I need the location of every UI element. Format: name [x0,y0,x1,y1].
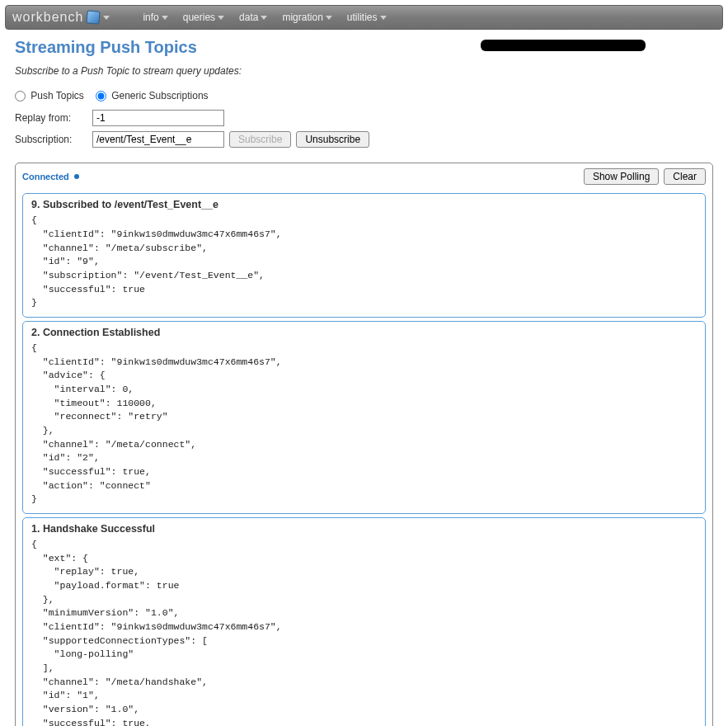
message-body: { "clientId": "9inkw1s0dmwduw3mc47x6mm46… [31,214,697,310]
caret-icon [380,16,387,20]
subscribe-button[interactable]: Subscribe [229,131,291,148]
nav-utilities[interactable]: utilities [347,12,387,23]
message-card: 2. Connection Established{ "clientId": "… [22,321,706,514]
intro-text: Subscribe to a Push Topic to stream quer… [15,65,713,77]
radio-push-topics-input[interactable] [15,91,26,101]
show-polling-button[interactable]: Show Polling [584,168,659,185]
cube-icon [87,10,101,24]
radio-push-topics[interactable]: Push Topics [15,90,84,101]
caret-icon [261,16,267,20]
clear-button[interactable]: Clear [664,168,706,185]
brand-caret-icon[interactable] [103,16,110,20]
stream-header: Connected Show Polling Clear [19,167,709,190]
replay-label: Replay from: [15,112,87,124]
brand: workbench [12,10,110,25]
message-card: 1. Handshake Successful{ "ext": { "repla… [22,517,706,726]
radio-generic-subscriptions[interactable]: Generic Subscriptions [96,90,209,101]
message-body: { "ext": { "replay": true, "payload.form… [31,538,697,726]
nav-data[interactable]: data [239,12,267,23]
nav-info[interactable]: info [143,12,167,23]
top-nav: workbench info queries data migration ut… [5,5,723,30]
radio-generic-subscriptions-input[interactable] [96,91,106,101]
brand-text: workbench [12,10,83,25]
subscription-type-group: Push Topics Generic Subscriptions [15,90,713,101]
caret-icon [162,16,168,20]
status-dot-icon [74,174,79,179]
nav-migration[interactable]: migration [282,12,331,23]
replay-input[interactable] [92,110,224,126]
caret-icon [218,16,224,20]
message-card: 9. Subscribed to /event/Test_Event__e{ "… [22,193,706,318]
subscription-label: Subscription: [15,134,87,145]
nav-items: info queries data migration utilities [143,12,386,23]
messages-list: 9. Subscribed to /event/Test_Event__e{ "… [19,193,709,726]
stream-container: Connected Show Polling Clear 9. Subscrib… [15,163,713,726]
redacted-user-info [481,40,646,51]
message-body: { "clientId": "9inkw1s0dmwduw3mc47x6mm46… [31,342,697,507]
unsubscribe-button[interactable]: Unsubscribe [296,131,369,148]
message-title: 9. Subscribed to /event/Test_Event__e [31,199,697,210]
nav-queries[interactable]: queries [183,12,224,23]
message-title: 1. Handshake Successful [31,523,697,535]
connection-status: Connected [22,172,79,182]
message-title: 2. Connection Established [31,327,697,338]
subscription-input[interactable] [92,131,224,148]
caret-icon [326,16,332,20]
